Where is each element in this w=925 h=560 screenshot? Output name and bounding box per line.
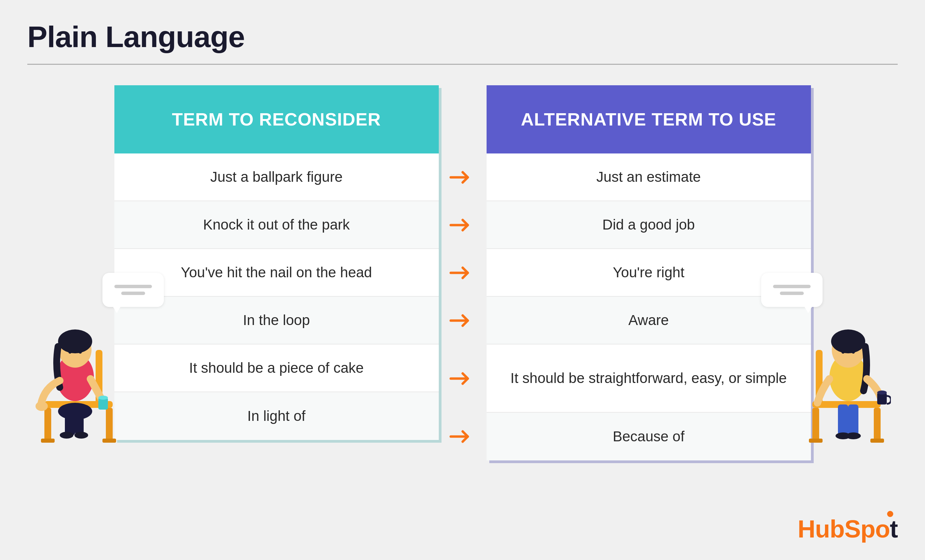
arrow-icon-1 — [449, 169, 476, 186]
left-row-4: In the loop — [114, 297, 439, 344]
svg-rect-23 — [870, 438, 884, 443]
right-row-1: Just an estimate — [487, 153, 811, 201]
left-row-2: Knock it out of the park — [114, 201, 439, 249]
right-header-text: ALTERNATIVE TERM TO USE — [521, 109, 776, 130]
arrow-4 — [449, 297, 476, 344]
svg-point-17 — [98, 396, 108, 400]
svg-rect-20 — [812, 408, 819, 442]
hubspot-logo: HubSpot — [798, 515, 898, 543]
main-content: TERM TO RECONSIDER Just a ballpark figur… — [27, 85, 898, 460]
arrow-6 — [449, 413, 476, 460]
arrow-icon-2 — [449, 216, 476, 234]
svg-rect-3 — [41, 438, 55, 443]
speech-line-short — [121, 291, 145, 295]
arrow-icon-6 — [449, 428, 476, 445]
svg-point-35 — [877, 390, 887, 395]
svg-point-15 — [78, 350, 82, 354]
right-table-body: Just an estimate Did a good job You're r… — [487, 153, 811, 460]
person-left-container — [34, 282, 130, 453]
arrow-2 — [449, 201, 476, 249]
svg-rect-9 — [75, 408, 84, 435]
svg-point-10 — [60, 432, 74, 438]
right-row-2: Did a good job — [487, 201, 811, 249]
person-right-container — [795, 282, 891, 453]
left-header-text: TERM TO RECONSIDER — [172, 109, 381, 130]
svg-rect-4 — [102, 438, 116, 443]
speech-line-r — [773, 285, 811, 288]
svg-rect-8 — [65, 408, 75, 435]
svg-point-32 — [841, 350, 845, 354]
svg-rect-22 — [809, 438, 823, 443]
speech-line — [114, 285, 152, 288]
svg-rect-1 — [44, 408, 51, 442]
svg-rect-27 — [848, 404, 859, 435]
arrow-3 — [449, 249, 476, 297]
left-row-1: Just a ballpark figure — [114, 153, 439, 201]
svg-rect-2 — [106, 408, 113, 442]
page-title: Plain Language — [27, 21, 898, 54]
speech-bubble-right — [761, 273, 823, 307]
page: Plain Language — [0, 0, 925, 560]
tables-container: TERM TO RECONSIDER Just a ballpark figur… — [55, 85, 870, 460]
svg-rect-26 — [838, 404, 848, 435]
right-row-5: It should be straightforward, easy, or s… — [487, 344, 811, 413]
left-table: TERM TO RECONSIDER Just a ballpark figur… — [114, 85, 439, 440]
svg-point-14 — [68, 350, 72, 354]
svg-point-18 — [36, 401, 48, 411]
arrows-column — [439, 85, 487, 460]
arrow-icon-5 — [449, 370, 476, 387]
svg-point-31 — [831, 329, 865, 353]
svg-point-11 — [74, 432, 88, 438]
arrow-icon-3 — [449, 264, 476, 281]
left-row-5: It should be a piece of cake — [114, 344, 439, 392]
arrow-icon-4 — [449, 312, 476, 329]
speech-line-short-r — [780, 291, 804, 295]
title-section: Plain Language — [27, 21, 898, 54]
arrow-5 — [449, 344, 476, 413]
svg-rect-21 — [874, 408, 881, 442]
svg-point-33 — [851, 350, 855, 354]
left-table-header: TERM TO RECONSIDER — [114, 85, 439, 153]
right-table: ALTERNATIVE TERM TO USE Just an estimate… — [487, 85, 811, 460]
right-row-6: Because of — [487, 413, 811, 460]
left-row-6: In light of — [114, 392, 439, 440]
arrow-1 — [449, 153, 476, 201]
svg-point-13 — [58, 329, 92, 353]
svg-point-29 — [846, 432, 861, 439]
right-table-header: ALTERNATIVE TERM TO USE — [487, 85, 811, 153]
speech-bubble-left — [102, 273, 164, 307]
divider — [27, 64, 898, 65]
